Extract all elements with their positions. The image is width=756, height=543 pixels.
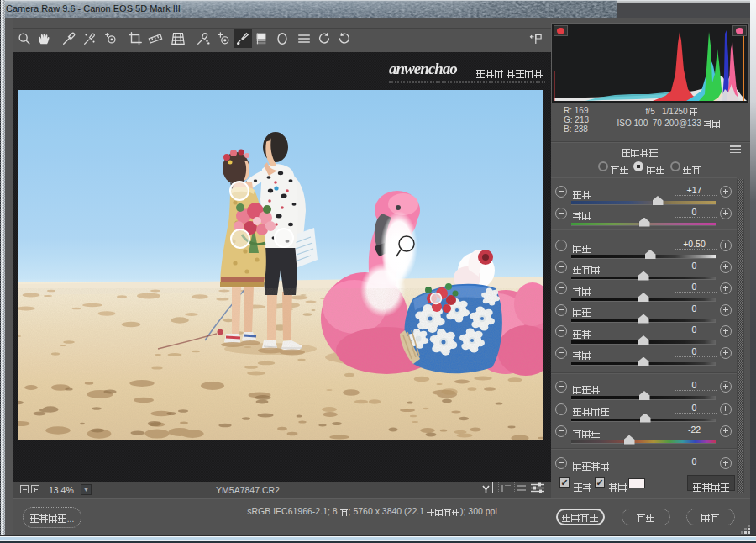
svg-text:anwenchao: anwenchao xyxy=(389,60,457,77)
